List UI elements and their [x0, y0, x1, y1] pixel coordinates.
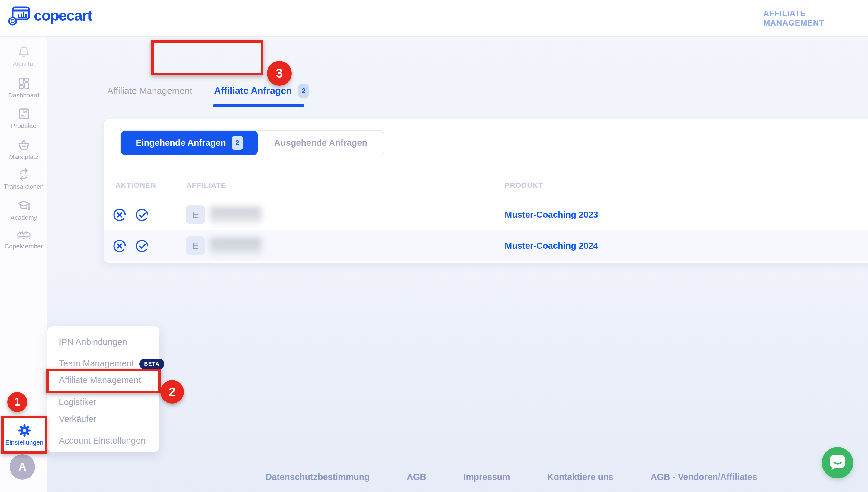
footer-link-impressum[interactable]: Impressum: [463, 472, 510, 482]
table-row: E Muster-Coaching 2024: [104, 230, 868, 262]
column-aktionen: AKTIONEN: [115, 171, 156, 199]
footer-link-agb-vendoren[interactable]: AGB - Vendoren/Affiliates: [651, 472, 757, 482]
footer-links: Datenschutzbestimmung AGB Impressum Kont…: [265, 472, 757, 482]
x-circle-icon: [113, 239, 126, 253]
basket-icon: [17, 138, 31, 152]
sidebar-item-produkte[interactable]: Produkte: [0, 106, 47, 129]
sidebar-item-marktplatz[interactable]: Marktplatz: [0, 138, 47, 161]
sidebar-item-label: Produkte: [0, 122, 47, 129]
check-circle-icon: [135, 208, 149, 222]
product-link[interactable]: Muster-Coaching 2023: [505, 199, 598, 230]
incoming-requests-label: Eingehende Anfragen: [136, 138, 226, 148]
x-circle-icon: [113, 208, 126, 222]
beta-badge: BETA: [139, 359, 164, 369]
dashboard-grid-icon: [17, 76, 31, 91]
active-tab-underline: [213, 104, 304, 107]
sidebar-item-label: CopeMember: [0, 243, 47, 250]
sidebar-item-einstellungen[interactable]: Einstellungen: [1, 416, 47, 454]
tab-affiliate-anfragen[interactable]: Affiliate Anfragen 2: [214, 83, 309, 98]
sidebar-item-label: Transaktionen: [0, 183, 47, 190]
menu-item-affiliate-management[interactable]: Affiliate Management: [47, 370, 159, 390]
menu-item-verkaeufer[interactable]: Verkäufer: [47, 409, 159, 428]
top-header: copecart AFFILIATE MANAGEMENT: [0, 0, 868, 37]
chat-widget-button[interactable]: [822, 447, 853, 478]
incoming-count-badge: 2: [232, 136, 243, 150]
table-row: E Muster-Coaching 2023: [104, 199, 868, 230]
tab-affiliate-anfragen-label: Affiliate Anfragen: [214, 85, 292, 96]
sidebar-item-label: Dashboard: [0, 92, 47, 99]
logo-wordmark: copecart: [34, 7, 92, 24]
incoming-requests-button[interactable]: Eingehende Anfragen 2: [121, 131, 258, 155]
request-direction-toggle: Eingehende Anfragen 2 Ausgehende Anfrage…: [120, 130, 384, 155]
affiliate-initial: E: [192, 210, 198, 220]
tab-affiliate-management[interactable]: Affiliate Management: [107, 86, 192, 96]
copecart-logo-icon: [8, 4, 31, 27]
table-header: AKTIONEN AFFILIATE PRODUKT: [104, 171, 868, 199]
sidebar-item-copemember[interactable]: CopeMember: [0, 227, 47, 250]
sidebar-item-label: Academy: [0, 214, 47, 221]
menu-item-ipn-anbindungen[interactable]: IPN Anbindungen: [47, 332, 159, 352]
sidebar-item-aktivitaet[interactable]: Aktivität: [0, 45, 47, 68]
graduation-cap-icon: [17, 198, 31, 213]
chat-bubble-icon: [822, 447, 853, 478]
annotation-step-3: 3: [267, 61, 292, 86]
affiliate-initial: E: [192, 241, 198, 251]
outgoing-requests-label: Ausgehende Anfragen: [274, 138, 367, 148]
menu-item-logistiker[interactable]: Logistiker: [47, 392, 159, 412]
package-icon: [17, 106, 31, 121]
open-book-icon: [16, 227, 32, 242]
main-content: Affiliate Management Affiliate Anfragen …: [47, 37, 868, 492]
transfer-arrows-icon: [17, 167, 31, 182]
sidebar-item-transaktionen[interactable]: Transaktionen: [0, 167, 47, 190]
sidebar-item-label: Marktplatz: [0, 153, 47, 161]
affiliate-avatar: E: [186, 236, 205, 255]
accept-request-button[interactable]: [135, 239, 149, 253]
product-link[interactable]: Muster-Coaching 2024: [505, 230, 598, 262]
copecart-logo[interactable]: copecart: [8, 4, 92, 27]
reject-request-button[interactable]: [113, 239, 126, 253]
gear-icon: [18, 423, 31, 437]
header-context-label: AFFILIATE MANAGEMENT: [763, 9, 868, 28]
outgoing-requests-button[interactable]: Ausgehende Anfragen: [258, 131, 384, 155]
menu-item-account-einstellungen[interactable]: Account Einstellungen: [47, 431, 159, 450]
sidebar-item-label: Aktivität: [0, 60, 47, 68]
sidebar-item-academy[interactable]: Academy: [0, 198, 47, 221]
settings-label: Einstellungen: [5, 439, 43, 446]
redacted-affiliate-name: [210, 238, 262, 254]
affiliate-avatar: E: [186, 205, 205, 224]
annotation-step-1: 1: [7, 392, 27, 412]
column-affiliate: AFFILIATE: [186, 171, 226, 199]
bell-icon: [17, 45, 31, 59]
requests-card: Eingehende Anfragen 2 Ausgehende Anfrage…: [104, 119, 868, 263]
column-produkt: PRODUKT: [505, 171, 543, 199]
avatar-letter: A: [19, 461, 26, 473]
footer-link-agb[interactable]: AGB: [407, 472, 426, 482]
footer-link-kontakt[interactable]: Kontaktiere uns: [547, 472, 613, 482]
settings-popup-menu: IPN Anbindungen Team ManagementBETA Affi…: [47, 326, 159, 452]
redacted-affiliate-name: [210, 207, 262, 223]
sidebar-item-dashboard[interactable]: Dashboard: [0, 76, 47, 99]
menu-divider: [47, 352, 159, 352]
tab-count-badge: 2: [298, 83, 309, 98]
menu-divider: [47, 428, 159, 429]
app-root: Affiliate Management Affiliate Anfragen …: [0, 0, 868, 492]
accept-request-button[interactable]: [135, 208, 149, 222]
user-avatar[interactable]: A: [10, 454, 35, 479]
check-circle-icon: [135, 239, 149, 253]
menu-item-label: Team Management: [59, 359, 134, 368]
footer-link-datenschutz[interactable]: Datenschutzbestimmung: [265, 472, 370, 482]
reject-request-button[interactable]: [113, 208, 126, 222]
header-context-box: AFFILIATE MANAGEMENT: [763, 0, 868, 37]
annotation-step-2: 2: [160, 380, 184, 403]
